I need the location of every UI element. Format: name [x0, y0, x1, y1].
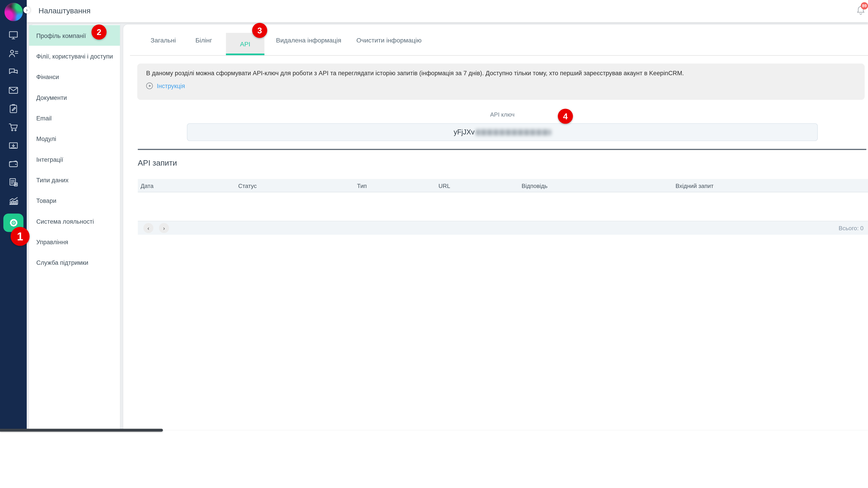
menu-item-products[interactable]: Товари: [29, 190, 120, 211]
col-date: Дата: [141, 179, 153, 192]
sidebar-item-documents[interactable]: [8, 177, 19, 188]
tab-clear-info[interactable]: Очистити інформацію: [356, 37, 422, 43]
tabs-row: Загальні Білінг API Видалена інформація …: [130, 25, 868, 56]
chevron-right-icon: ›: [26, 7, 28, 12]
chat-icon: [8, 66, 19, 77]
annotation-badge-4: 4: [558, 109, 573, 124]
sidebar-icon-list: [0, 30, 27, 232]
collapse-sidebar-button[interactable]: ›: [24, 7, 30, 13]
tab-deleted-info[interactable]: Видалена інформація: [276, 37, 341, 43]
api-key-visible-value: yFjJXv: [454, 128, 475, 136]
api-description: В даному розділі можна сформувати API-кл…: [137, 64, 865, 76]
menu-item-data-types[interactable]: Типи даних: [29, 169, 120, 190]
app-root: › Налаштування 89 Профіль компанії Філії…: [0, 0, 868, 488]
settings-menu-list: Профіль компанії Філії, користувачі і до…: [29, 25, 120, 273]
menu-item-company-profile[interactable]: Профіль компанії: [29, 25, 120, 46]
requests-table-header: Дата Статус Тип URL Відповідь Вхідний за…: [138, 179, 868, 192]
sidebar-item-inbox[interactable]: [8, 140, 19, 151]
menu-item-branches-users[interactable]: Філії, користувачі і доступи: [29, 46, 120, 66]
sidebar-item-sales[interactable]: [8, 122, 19, 133]
mail-icon: [8, 85, 19, 96]
api-key-field[interactable]: yFjJXv: [187, 123, 818, 141]
annotation-badge-1: 1: [11, 227, 30, 246]
wallet-icon: [8, 158, 19, 169]
sidebar-item-tasks[interactable]: [8, 103, 19, 114]
clients-icon: [8, 48, 19, 59]
main-content-panel: Загальні Білінг API Видалена інформація …: [123, 25, 868, 430]
chevron-left-icon: ‹: [147, 225, 149, 231]
next-page-button[interactable]: ›: [159, 223, 169, 233]
api-key-label: API ключ: [187, 111, 818, 118]
col-response: Відповідь: [522, 179, 548, 192]
documents-icon: [8, 177, 19, 188]
pagination-bar: ‹ › Всього: 0: [138, 221, 868, 235]
menu-item-modules[interactable]: Модулі: [29, 128, 120, 149]
dashboard-icon: [8, 30, 19, 41]
analytics-icon: [8, 195, 19, 206]
sidebar-item-chat[interactable]: [8, 66, 19, 77]
tab-general[interactable]: Загальні: [151, 37, 176, 43]
api-key-section: API ключ yFjJXv: [187, 111, 818, 141]
col-status: Статус: [238, 179, 257, 192]
video-play-icon: [146, 83, 153, 89]
settings-menu-panel: Профіль компанії Філії, користувачі і до…: [29, 25, 120, 430]
notification-count-badge: 89: [861, 2, 868, 9]
icon-sidebar: [0, 0, 27, 430]
sidebar-item-wallet[interactable]: [8, 158, 19, 169]
api-requests-title: API запити: [138, 158, 177, 167]
content-background: Профіль компанії Філії, користувачі і до…: [27, 22, 868, 430]
menu-item-loyalty[interactable]: Система лояльності: [29, 211, 120, 231]
total-count: Всього: 0: [839, 221, 864, 235]
prev-page-button[interactable]: ‹: [143, 223, 153, 233]
section-divider: [138, 149, 866, 150]
sidebar-item-dashboard[interactable]: [8, 30, 19, 41]
annotation-badge-3: 3: [252, 23, 267, 38]
api-key-hidden-value: [475, 129, 551, 135]
api-info-box: В даному розділі можна сформувати API-кл…: [137, 64, 865, 100]
page-title: Налаштування: [38, 7, 90, 15]
instruction-link[interactable]: Інструкція: [146, 83, 865, 89]
inbox-icon: [8, 140, 19, 151]
chevron-right-icon: ›: [163, 225, 165, 231]
menu-item-management[interactable]: Управління: [29, 231, 120, 252]
menu-item-support[interactable]: Служба підтримки: [29, 252, 120, 272]
col-url: URL: [438, 179, 450, 192]
user-avatar[interactable]: [4, 3, 23, 21]
cart-icon: [8, 122, 19, 133]
menu-item-integrations[interactable]: Інтеграції: [29, 149, 120, 169]
sidebar-item-analytics[interactable]: [8, 195, 19, 206]
col-type: Тип: [357, 179, 367, 192]
menu-item-finance[interactable]: Фінанси: [29, 66, 120, 87]
menu-item-email[interactable]: Email: [29, 107, 120, 128]
sidebar-item-clients[interactable]: [8, 48, 19, 59]
col-incoming: Вхідний запит: [676, 179, 714, 192]
tab-billing[interactable]: Білінг: [195, 37, 212, 43]
window-edge-line: [0, 429, 163, 431]
settings-gear-icon: [8, 217, 19, 228]
tasks-icon: [8, 103, 19, 114]
annotation-badge-2: 2: [92, 25, 107, 40]
menu-item-documents[interactable]: Документи: [29, 87, 120, 107]
sidebar-item-mail[interactable]: [8, 85, 19, 96]
top-header: [27, 0, 868, 22]
instruction-link-label: Інструкція: [157, 83, 185, 89]
